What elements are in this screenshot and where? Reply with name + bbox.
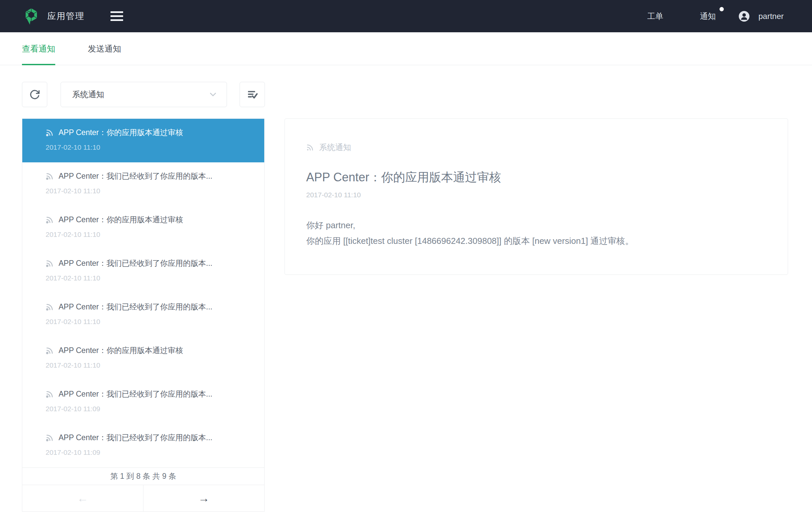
detail-title: APP Center：你的应用版本通过审核 <box>306 169 768 186</box>
notification-item-date: 2017-02-10 11:10 <box>46 318 258 326</box>
page-title: 应用管理 <box>47 10 85 22</box>
detail-category-label: 系统通知 <box>319 142 351 153</box>
tab-bar: 查看通知 发送通知 <box>0 32 812 65</box>
notification-list-item[interactable]: APP Center：我们已经收到了你应用的版本... 2017-02-10 1… <box>22 250 264 293</box>
rss-feed-icon <box>46 259 54 268</box>
rss-feed-icon <box>46 390 54 398</box>
notification-list-item[interactable]: APP Center：我们已经收到了你应用的版本... 2017-02-10 1… <box>22 424 264 467</box>
notification-item-title: APP Center：你的应用版本通过审核 <box>59 345 183 356</box>
nav-tickets-link[interactable]: 工单 <box>647 11 663 21</box>
detail-body-line2: 你的应用 [[ticket]test cluster [1486696242.3… <box>306 233 768 249</box>
refresh-icon <box>29 89 40 100</box>
refresh-button[interactable] <box>22 82 47 107</box>
next-page-button[interactable]: → <box>144 485 264 511</box>
rss-feed-icon <box>46 129 54 137</box>
tab-view-notifications[interactable]: 查看通知 <box>22 32 55 65</box>
notification-item-date: 2017-02-10 11:09 <box>46 405 258 413</box>
notification-dot-badge <box>720 7 724 11</box>
user-avatar-icon[interactable] <box>738 11 750 22</box>
notification-list-item[interactable]: APP Center：我们已经收到了你应用的版本... 2017-02-10 1… <box>22 380 264 424</box>
pagination-controls: ← → <box>22 485 264 511</box>
nav-notifications-link[interactable]: 通知 <box>700 11 716 21</box>
rss-feed-icon <box>306 144 314 151</box>
notification-item-date: 2017-02-10 11:10 <box>46 274 258 282</box>
tab-send-notification[interactable]: 发送通知 <box>88 32 121 65</box>
notification-detail-card: 系统通知 APP Center：你的应用版本通过审核 2017-02-10 11… <box>285 118 788 275</box>
notification-item-date: 2017-02-10 11:09 <box>46 449 258 456</box>
top-navbar: 应用管理 工单 通知 partner <box>0 0 812 32</box>
list-check-icon <box>246 89 258 100</box>
rss-feed-icon <box>46 216 54 224</box>
notification-item-title: APP Center：我们已经收到了你应用的版本... <box>59 302 212 312</box>
notification-list-item[interactable]: APP Center：你的应用版本通过审核 2017-02-10 11:10 <box>22 119 264 162</box>
notification-list-panel: APP Center：你的应用版本通过审核 2017-02-10 11:10 A… <box>22 118 265 512</box>
username-label[interactable]: partner <box>758 12 784 21</box>
notification-item-date: 2017-02-10 11:10 <box>46 144 258 151</box>
rss-feed-icon <box>46 347 54 355</box>
notification-list: APP Center：你的应用版本通过审核 2017-02-10 11:10 A… <box>22 119 264 467</box>
notification-item-title: APP Center：我们已经收到了你应用的版本... <box>59 389 212 399</box>
chevron-down-icon <box>209 90 217 99</box>
notification-list-item[interactable]: APP Center：我们已经收到了你应用的版本... 2017-02-10 1… <box>22 293 264 337</box>
detail-date: 2017-02-10 11:10 <box>306 191 768 199</box>
rss-feed-icon <box>46 172 54 180</box>
detail-body: 你好 partner, 你的应用 [[ticket]test cluster [… <box>306 217 768 249</box>
notification-list-item[interactable]: APP Center：你的应用版本通过审核 2017-02-10 11:10 <box>22 206 264 250</box>
category-filter-value: 系统通知 <box>72 89 209 100</box>
rss-feed-icon <box>46 434 54 442</box>
mark-all-read-button[interactable] <box>240 82 265 107</box>
category-filter-select[interactable]: 系统通知 <box>61 82 227 107</box>
notification-item-title: APP Center：你的应用版本通过审核 <box>59 214 183 225</box>
hamburger-menu-icon[interactable] <box>108 9 125 23</box>
prev-page-button[interactable]: ← <box>22 485 144 511</box>
pagination-summary: 第 1 到 8 条 共 9 条 <box>22 467 264 485</box>
notification-item-title: APP Center：我们已经收到了你应用的版本... <box>59 258 212 269</box>
rss-feed-icon <box>46 303 54 311</box>
notification-item-date: 2017-02-10 11:10 <box>46 230 258 239</box>
list-toolbar: 系统通知 <box>22 82 812 107</box>
notification-item-title: APP Center：我们已经收到了你应用的版本... <box>59 171 212 181</box>
notification-item-title: APP Center：你的应用版本通过审核 <box>59 127 183 138</box>
app-logo-icon[interactable] <box>23 7 39 25</box>
notification-item-date: 2017-02-10 11:10 <box>46 187 258 195</box>
main-content: APP Center：你的应用版本通过审核 2017-02-10 11:10 A… <box>22 118 797 512</box>
detail-body-line1: 你好 partner, <box>306 217 768 233</box>
notification-item-title: APP Center：我们已经收到了你应用的版本... <box>59 433 212 443</box>
notification-item-date: 2017-02-10 11:10 <box>46 361 258 369</box>
notification-list-item[interactable]: APP Center：我们已经收到了你应用的版本... 2017-02-10 1… <box>22 162 264 206</box>
notification-list-item[interactable]: APP Center：你的应用版本通过审核 2017-02-10 11:10 <box>22 337 264 380</box>
